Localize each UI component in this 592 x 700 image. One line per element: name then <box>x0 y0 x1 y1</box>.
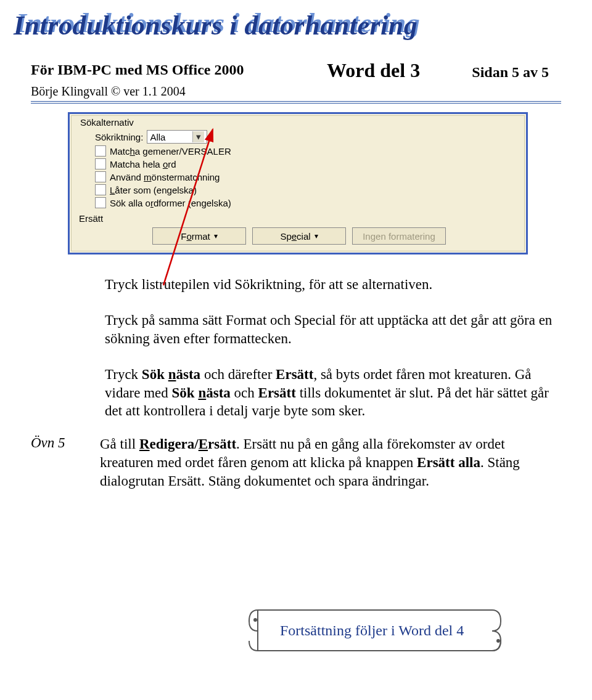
checkbox-icon[interactable] <box>95 184 106 195</box>
banner-text: Fortsättning följer i Word del 4 <box>280 622 464 639</box>
checkbox-icon[interactable] <box>95 158 106 169</box>
check-label: Sök alla ordformer (engelska) <box>110 198 231 208</box>
check-label: Matcha hela ord <box>110 159 176 169</box>
check-match-case[interactable]: Matcha gemener/VERSALER <box>95 145 518 157</box>
body-text: Tryck listrutepilen vid Sökriktning, för… <box>105 275 561 508</box>
group-label: Sökalternativ <box>80 117 518 128</box>
check-label: Matcha gemener/VERSALER <box>110 146 231 157</box>
format-button[interactable]: Format ▾ <box>152 227 246 245</box>
paragraph-1: Tryck listrutepilen vid Sökriktning, för… <box>105 275 561 294</box>
header-rule <box>31 101 561 104</box>
direction-combobox[interactable]: Alla ▾ <box>147 130 207 144</box>
checkbox-icon[interactable] <box>95 171 106 182</box>
exercise-label: Övn 5 <box>31 435 75 451</box>
paragraph-3: Tryck Sök nästa och därefter Ersätt, så … <box>105 365 561 421</box>
chevron-down-icon[interactable]: ▾ <box>192 131 204 142</box>
exercise-row: Övn 5 Gå till Redigera/Ersätt. Ersätt nu… <box>105 435 561 508</box>
header-page-info: Sidan 5 av 5 <box>472 64 549 81</box>
direction-value: Alla <box>150 132 192 142</box>
checkbox-icon[interactable] <box>95 145 106 157</box>
button-label: Ingen formatering <box>363 231 435 242</box>
header-author: Börje Klingvall © ver 1.1 2004 <box>31 84 561 99</box>
button-label: Format <box>181 231 210 242</box>
page-title: Introduktionskurs i datorhantering Intro… <box>12 7 561 47</box>
check-sounds-like[interactable]: Låter som (engelska) <box>95 184 518 195</box>
check-all-word-forms[interactable]: Sök alla ordformer (engelska) <box>95 197 518 208</box>
button-label: Special <box>280 231 310 242</box>
paragraph-2: Tryck på samma sätt Format och Special f… <box>105 311 561 348</box>
continuation-banner: Fortsättning följer i Word del 4 <box>247 605 506 658</box>
svg-point-5 <box>496 639 500 643</box>
search-options-dialog: Sökalternativ Sökriktning: Alla ▾ Matcha… <box>68 112 528 254</box>
header-left: För IBM-PC med MS Office 2000 <box>31 62 244 78</box>
document-header: För IBM-PC med MS Office 2000 Word del 3… <box>31 62 561 104</box>
svg-point-1 <box>253 618 257 622</box>
page-title-main: Introduktionskurs i datorhantering <box>14 10 417 41</box>
check-label: Låter som (engelska) <box>110 185 197 195</box>
direction-label: Sökriktning: <box>95 132 143 142</box>
chevron-down-icon: ▾ <box>314 232 318 240</box>
check-label: Använd mönstermatchning <box>110 172 220 182</box>
header-center: Word del 3 <box>327 59 420 82</box>
paragraph-4: Gå till Redigera/Ersätt. Ersätt nu på en… <box>100 435 561 490</box>
chevron-down-icon: ▾ <box>214 232 218 240</box>
check-wildcards[interactable]: Använd mönstermatchning <box>95 171 518 182</box>
checkbox-icon[interactable] <box>95 197 106 208</box>
replace-section-label: Ersätt <box>79 213 518 224</box>
special-button[interactable]: Special ▾ <box>252 227 346 245</box>
no-formatting-button: Ingen formatering <box>352 227 446 245</box>
check-whole-words[interactable]: Matcha hela ord <box>95 158 518 169</box>
